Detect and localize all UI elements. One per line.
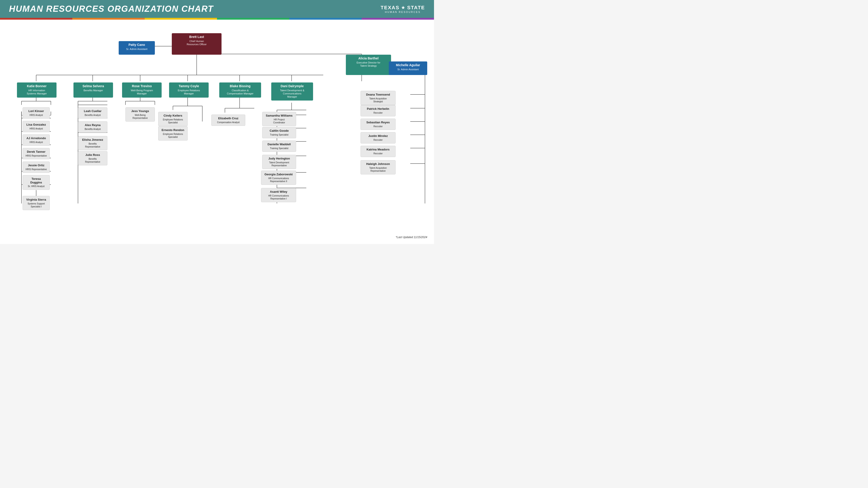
samantha-name: Samantha Williams — [265, 114, 293, 118]
michelle-title: Sr. Admin Assistant — [392, 68, 425, 71]
box-julie: Julie Ross Benefits Representative — [78, 151, 107, 165]
box-aj: AJ Arredondo HRIS Analyst — [23, 134, 50, 146]
katie-title: HR Information Systems Manager — [20, 89, 54, 95]
alex-title: Benefits Analyst — [81, 128, 104, 131]
strip-blue — [289, 18, 362, 20]
jess-name: Jess Youngs — [128, 109, 152, 113]
box-selma: Selma Selvera Benefits Manager — [73, 83, 113, 98]
patty-title: Sr. Admin Assistant — [121, 47, 152, 51]
derek-title: HRIS Representative — [26, 154, 47, 157]
box-cindy: Cindy Keilers Employee Relations Special… — [158, 112, 188, 126]
dani-title: Talent Development & Communications Mana… — [274, 89, 310, 98]
elisha-title: Benefits Representative — [81, 142, 104, 148]
jessie-name: Jessie Ortiz — [26, 164, 47, 167]
teresa-title: Sr. HRIS Analyst — [26, 185, 47, 188]
box-elizabeth: Elizabeth Cruz Compensation Analyst — [211, 115, 245, 126]
julie-title: Benefits Representative — [81, 158, 104, 163]
tammy-title: Employee Relations Manager — [172, 89, 206, 95]
selma-name: Selma Selvera — [76, 84, 110, 88]
danielle-name: Danielle Waddell — [265, 142, 293, 146]
box-alicia: Alicia Barthel Executive Director for Ta… — [346, 55, 391, 75]
box-justin: Justin Mirelez Recruiter — [361, 132, 396, 143]
box-lori: Lori Kinser HRIS Analyst — [23, 107, 50, 119]
box-danielle: Danielle Waddell Training Specialist — [262, 140, 296, 152]
logo-star: ★ — [401, 5, 405, 10]
leah-name: Leah Cuellar — [81, 109, 104, 113]
box-dani: Dani Dalrymple Talent Development & Comm… — [271, 83, 313, 101]
header: HUMAN RESOURCES ORGANIZATION CHART TEXAS… — [0, 0, 434, 18]
box-patty: Patty Cano Sr. Admin Assistant — [119, 41, 155, 55]
asanti-name: Asanti Wiley — [264, 190, 293, 194]
selma-title: Benefits Manager — [76, 89, 110, 92]
judy-name: Judy Herington — [265, 157, 293, 160]
alex-name: Alex Reyna — [81, 123, 104, 127]
box-elisha: Elisha Jimenez Benefits Representative — [78, 136, 107, 150]
header-title: HUMAN RESOURCES ORGANIZATION CHART — [9, 4, 214, 14]
lisa-name: Lisa Gonzalez — [26, 123, 47, 127]
box-haleigh: Haleigh Johnson Talent Acquisition Repre… — [361, 160, 396, 174]
asanti-title: HR Communications Representative I — [264, 194, 293, 200]
box-virginia: Virginia Sierra Systems Support Speciali… — [23, 196, 50, 210]
alicia-name: Alicia Barthel — [348, 57, 388, 60]
aj-title: HRIS Analyst — [26, 141, 47, 144]
leah-title: Benefits Analyst — [81, 113, 104, 117]
deana-name: Deana Townsend — [364, 93, 393, 96]
cindy-title: Employee Relations Specialist — [161, 118, 185, 124]
box-katrina: Katrina Meadors Recruiter — [361, 146, 396, 157]
tammy-name: Tammy Coyle — [172, 84, 206, 88]
box-blake: Blake Bissing Classification & Compensat… — [219, 83, 261, 98]
header-logo: TEXAS ★ STATE HUMAN RESOURCES — [381, 5, 425, 13]
patrick-title: Recruiter — [364, 111, 393, 114]
lori-name: Lori Kinser — [26, 109, 47, 113]
page-wrapper: HUMAN RESOURCES ORGANIZATION CHART TEXAS… — [0, 0, 434, 244]
strip-red — [0, 18, 72, 20]
blake-name: Blake Bissing — [222, 84, 258, 88]
ernesto-title: Employee Relations Specialist — [161, 133, 185, 138]
derek-name: Derek Tanner — [26, 150, 47, 154]
blake-title: Classification & Compensation Manager — [222, 89, 258, 95]
patrick-name: Patrick Herbelin — [364, 107, 393, 111]
jess-title: Well-Being Representative — [128, 113, 152, 120]
justin-title: Recruiter — [364, 138, 393, 141]
aj-name: AJ Arredondo — [26, 136, 47, 140]
julie-name: Julie Ross — [81, 153, 104, 157]
box-tammy: Tammy Coyle Employee Relations Manager — [169, 83, 209, 98]
sebastian-name: Sebastian Reyes — [364, 121, 393, 124]
box-brett: Brett Last Chief Human Resources Officer — [172, 33, 221, 55]
jessie-title: HRIS Representative — [26, 168, 47, 171]
haleigh-name: Haleigh Johnson — [364, 162, 393, 166]
katrina-title: Recruiter — [364, 152, 393, 155]
logo-text-texas: TEXAS — [381, 5, 399, 11]
box-samantha: Samantha Williams HR Project Coordinator — [262, 112, 296, 126]
box-patrick: Patrick Herbelin Recruiter — [361, 105, 396, 116]
strip-orange — [72, 18, 145, 20]
strip-yellow — [145, 18, 217, 20]
caitlin-title: Training Specialist — [265, 133, 293, 136]
lori-title: HRIS Analyst — [26, 113, 47, 117]
logo-sub: HUMAN RESOURCES — [385, 11, 421, 13]
georgia-title: HR Communications Representative II — [264, 177, 293, 183]
georgia-name: Georgia Zaborowski — [264, 173, 293, 176]
box-georgia: Georgia Zaborowski HR Communications Rep… — [261, 170, 296, 185]
danielle-title: Training Specialist — [265, 147, 293, 150]
box-leah: Leah Cuellar Benefits Analyst — [78, 107, 107, 119]
virginia-title: Systems Support Specialist I — [26, 202, 47, 208]
chart-area: Brett Last Chief Human Resources Officer… — [0, 20, 434, 241]
color-strip — [0, 18, 434, 20]
rose-title: Well-Being Program Manager — [125, 89, 159, 95]
box-teresa: Teresa Duggins Sr. HRIS Analyst — [23, 175, 50, 190]
box-rose: Rose Trevino Well-Being Program Manager — [122, 83, 162, 98]
rose-name: Rose Trevino — [125, 84, 159, 88]
box-deana: Deana Townsend Talent Acquisition Strate… — [361, 91, 396, 105]
elizabeth-title: Compensation Analyst — [214, 121, 242, 124]
box-caitlin: Caitlin Goode Training Specialist — [262, 127, 296, 138]
katie-name: Katie Bonner — [20, 84, 54, 88]
caitlin-name: Caitlin Goode — [265, 129, 293, 133]
patty-name: Patty Cano — [121, 43, 152, 47]
box-jess: Jess Youngs Well-Being Representative — [125, 107, 155, 122]
logo-text-state: STATE — [407, 5, 425, 11]
box-ernesto: Ernesto Rendon Employee Relations Specia… — [158, 126, 188, 140]
deana-title: Talent Acquisition Strategist — [364, 97, 393, 103]
box-jessie: Jessie Ortiz HRIS Representative — [23, 162, 50, 173]
elisha-name: Elisha Jimenez — [81, 138, 104, 142]
